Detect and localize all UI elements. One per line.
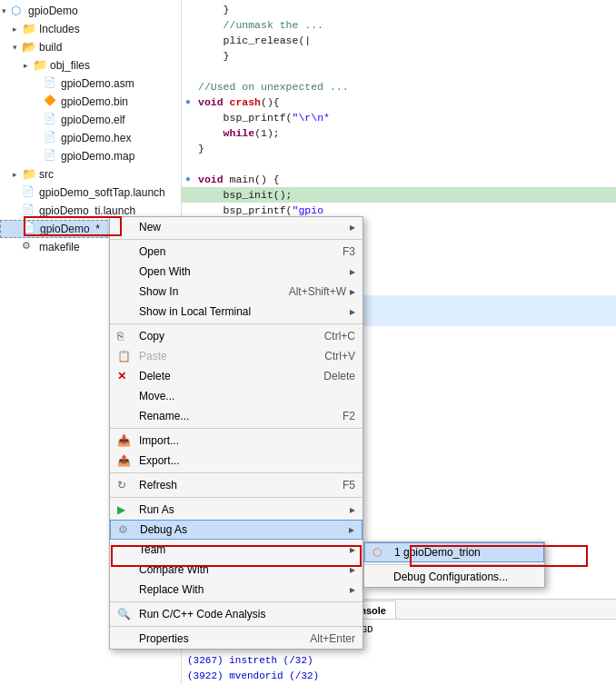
cm-sep-5 — [110, 497, 363, 498]
cm-label-openWith: Open With — [139, 265, 346, 278]
cm-item-rename[interactable]: Rename... F2 — [110, 406, 363, 426]
tree-label-gpioDemo-bin: gpioDemo.bin — [61, 95, 128, 108]
code-line-4: } — [182, 48, 616, 64]
cm-arrow-showLocalTerminal: ▸ — [350, 305, 355, 318]
cm-sep-6 — [110, 601, 363, 602]
cm-item-analysis[interactable]: 🔍 Run C/C++ Code Analysis — [110, 604, 363, 624]
no-arrow2 — [35, 97, 44, 106]
code-content-crash: void crash(){ — [194, 96, 280, 108]
file-icon-mk: ⚙ — [22, 240, 36, 254]
tree-item-gpioDemo-hex[interactable]: 📄 gpioDemo.hex — [0, 129, 181, 147]
code-line-6: //Used on unexpected ... — [182, 79, 616, 94]
tree-item-obj_files[interactable]: 📁 obj_files — [0, 56, 181, 74]
cm-item-paste[interactable]: 📋 Paste Ctrl+V — [110, 346, 363, 366]
no-arrow7 — [13, 206, 22, 215]
submenu-debugAs: ⬡ 1 gpioDemo_trion Debug Configurations.… — [363, 541, 545, 588]
submenu-item-gpioDemo_trion[interactable]: ⬡ 1 gpioDemo_trion — [364, 542, 544, 562]
cm-icon-import: 📥 — [117, 434, 134, 447]
tree-item-gpioDemo-map[interactable]: 📄 gpioDemo.map — [0, 147, 181, 165]
tree-label-gpioDemo-asm: gpioDemo.asm — [61, 77, 134, 90]
cm-icon-paste: 📋 — [117, 350, 134, 362]
code-line-8: bsp_printf("\r\n* — [182, 110, 616, 125]
cm-item-showLocalTerminal[interactable]: Show in Local Terminal ▸ — [110, 302, 363, 322]
no-arrow5 — [35, 152, 44, 161]
cm-item-runAs[interactable]: ▶ Run As ▸ — [110, 500, 363, 520]
code-content-1: } — [194, 4, 230, 15]
tree-label-softTap: gpioDemo_softTap.launch — [39, 186, 165, 199]
cm-label-compareWith: Compare With — [139, 563, 346, 576]
cm-label-new: New — [139, 221, 346, 233]
submenu-label-debugConf: Debug Configurations... — [393, 571, 508, 583]
folder-icon-src: 📁 — [22, 167, 36, 182]
tree-arrow-obj_files — [24, 61, 33, 70]
code-line-5 — [182, 64, 616, 79]
cm-item-open[interactable]: Open F3 — [110, 242, 363, 262]
tree-label-src: src — [39, 168, 54, 181]
cm-icon-export: 📤 — [117, 454, 134, 467]
tree-item-gpioDemo-asm[interactable]: 📄 gpioDemo.asm — [0, 74, 181, 93]
tree-arrow-src — [13, 170, 22, 179]
tree-item-build[interactable]: 📂 build — [0, 38, 181, 56]
cm-label-replaceWith: Replace With — [139, 583, 346, 596]
cm-label-showIn: Show In — [139, 285, 282, 298]
cm-icon-analysis: 🔍 — [117, 608, 134, 620]
cm-shortcut-refresh: F5 — [343, 479, 355, 491]
cm-icon-runAs: ▶ — [117, 503, 134, 516]
cm-label-paste: Paste — [139, 350, 317, 362]
no-arrow6 — [13, 188, 22, 197]
cm-label-debugAs: Debug As — [140, 523, 345, 536]
tree-item-gpioDemo[interactable]: ⬡ gpioDemo — [0, 2, 181, 20]
project-icon: ⬡ — [11, 4, 25, 18]
cm-item-showIn[interactable]: Show In Alt+Shift+W ▸ — [110, 282, 363, 302]
console-text-3: (3267) instreth (/32) — [187, 655, 313, 666]
cm-item-replaceWith[interactable]: Replace With ▸ — [110, 580, 363, 600]
cm-shortcut-showIn: Alt+Shift+W — [289, 285, 346, 298]
no-arrow3 — [35, 115, 44, 124]
cm-item-copy[interactable]: ⎘ Copy Ctrl+C — [110, 326, 363, 346]
cm-item-refresh[interactable]: ↻ Refresh F5 — [110, 475, 363, 495]
tree-label-gpioDemo-elf: gpioDemo.elf — [61, 114, 125, 126]
cm-item-import[interactable]: 📥 Import... — [110, 431, 363, 451]
code-line-crash: ● void crash(){ — [182, 94, 616, 110]
code-content-13: bsp_init(); — [194, 189, 293, 201]
cm-arrow-compareWith: ▸ — [350, 563, 355, 576]
cm-sep-1 — [110, 239, 363, 240]
cm-icon-copy: ⎘ — [117, 330, 134, 342]
tree-item-softTap[interactable]: 📄 gpioDemo_softTap.launch — [0, 184, 181, 202]
cm-icon-delete: ✕ — [117, 370, 134, 382]
code-line-12: ● void main() { — [182, 172, 616, 187]
tree-label-makefile: makefile — [39, 241, 80, 253]
submenu-item-debugConfigurations[interactable]: Debug Configurations... — [364, 567, 544, 587]
code-line-10: } — [182, 141, 616, 156]
cm-label-properties: Properties — [139, 632, 303, 645]
console-line-4: (3922) mvendorid (/32) — [187, 668, 611, 683]
cm-item-compareWith[interactable]: Compare With ▸ — [110, 560, 363, 580]
cm-item-properties[interactable]: Properties Alt+Enter — [110, 629, 363, 649]
cm-item-debugAs[interactable]: ⚙ Debug As ▸ — [110, 520, 363, 540]
cm-shortcut-copy: Ctrl+C — [324, 330, 355, 342]
console-text-4: (3922) mvendorid (/32) — [187, 670, 319, 681]
cm-item-delete[interactable]: ✕ Delete Delete — [110, 366, 363, 386]
cm-item-team[interactable]: Team ▸ — [110, 540, 363, 560]
context-menu: New ▸ Open F3 Open With ▸ Show In Alt+Sh… — [109, 216, 363, 650]
cm-item-new[interactable]: New ▸ — [110, 217, 363, 237]
tree-item-Includes[interactable]: 📁 Includes — [0, 20, 181, 38]
code-line-9: while(1); — [182, 125, 616, 141]
no-arrow4 — [35, 134, 44, 143]
tree-item-src[interactable]: 📁 src — [0, 165, 181, 184]
folder-icon-build: 📂 — [22, 40, 36, 55]
cm-arrow-runAs: ▸ — [350, 503, 355, 516]
cm-shortcut-delete: Delete — [323, 370, 355, 382]
tree-label-obj_files: obj_files — [50, 59, 90, 72]
code-content-8: bsp_printf("\r\n* — [194, 112, 330, 124]
tree-item-gpioDemo-elf[interactable]: 📄 gpioDemo.elf — [0, 111, 181, 129]
file-icon-asm: 📄 — [44, 76, 58, 91]
cm-item-openWith[interactable]: Open With ▸ — [110, 262, 363, 282]
tree-item-gpioDemo-bin[interactable]: 🔶 gpioDemo.bin — [0, 93, 181, 111]
cm-shortcut-rename: F2 — [343, 410, 355, 422]
file-icon-hex: 📄 — [44, 131, 58, 145]
cm-item-move[interactable]: Move... — [110, 386, 363, 406]
file-icon-bin: 🔶 — [44, 94, 58, 109]
cm-item-export[interactable]: 📤 Export... — [110, 451, 363, 471]
no-arrow8 — [14, 224, 23, 233]
